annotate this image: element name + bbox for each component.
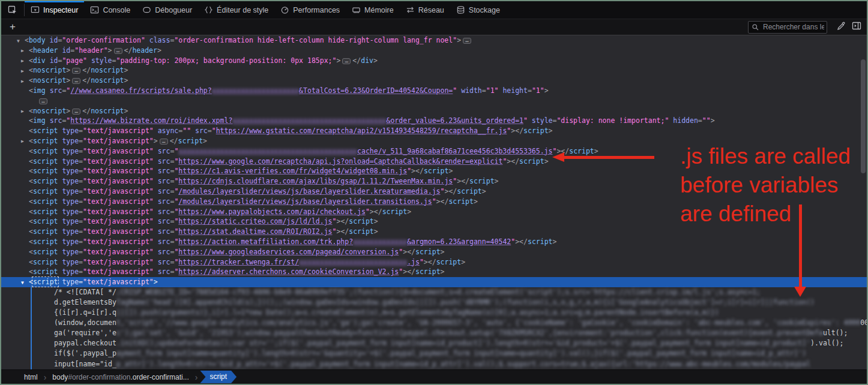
markup-token: div [33,56,46,65]
vertical-scrollbar[interactable] [861,59,866,173]
markup-token: src [154,207,170,216]
tab-storage[interactable]: Stockage [450,1,506,19]
annotation-line: .js files are called [680,142,851,171]
markup-token: > [474,197,478,206]
markup-token: script [33,267,58,276]
markup-line[interactable]: ▶<noscript>…</noscript> [1,106,867,116]
markup-token: < [29,237,33,246]
markup-line[interactable]: <script type="text/javascript" src="http… [1,247,867,257]
markup-token: < [29,278,33,286]
markup-token: = [79,157,83,166]
network-icon [406,5,415,14]
markup-token: "" [182,127,191,135]
code-text: 00}); [860,318,867,327]
markup-token: https://static.criteo.com/js/ld/ld.js [178,217,332,225]
collapsed-content-badge[interactable]: … [72,109,80,115]
markup-token: </ [461,177,469,185]
script-code-line: if($('.paypal_payment_form input[name=qu… [54,348,867,359]
markup-token: script [33,237,58,246]
tab-memory[interactable]: Mémoire [346,1,400,19]
markup-token: = [79,167,83,175]
expand-arrow-icon[interactable]: ▶ [21,67,29,77]
collapse-arrow-icon[interactable]: ▼ [21,278,29,288]
markup-token: < [29,137,33,145]
expand-arrow-icon[interactable]: ▶ [21,107,29,117]
markup-token: </ [407,267,415,276]
inline-script-content[interactable]: /* <![CDATA[ */;CRISP_WEBSITE_ID='7885d1… [31,287,867,369]
markup-line[interactable]: <script type="text/javascript" src="http… [1,257,867,267]
search-input[interactable] [748,21,827,34]
markup-line[interactable]: <script type="text/javascript" src="http… [1,267,867,277]
collapsed-content-badge[interactable]: … [160,139,168,145]
code-text: if($('.paypal_p [54,349,116,357]
breadcrumb-item-script[interactable]: script [200,371,237,383]
markup-line[interactable]: ▶<noscript>…</noscript> [1,76,867,86]
tab-label: Mémoire [364,6,394,14]
tab-network[interactable]: Réseau [400,1,450,19]
markup-token: </ [448,187,457,195]
expand-arrow-icon[interactable]: ▶ [21,46,29,56]
markup-token: = [79,217,83,225]
markup-token: " [366,207,370,216]
markup-line[interactable]: ▶<header id="header">…</header> [1,46,867,56]
markup-token: "text/javascript" [83,137,154,145]
collapsed-content-badge[interactable]: … [114,48,122,54]
tab-label: Stockage [469,6,500,14]
markup-token: = [79,197,83,206]
breadcrumb-part: html [24,373,38,381]
markup-token: src [154,147,170,155]
markup-token: </ [374,207,382,216]
debugger-icon [142,5,151,14]
markup-token: src [154,248,170,256]
markup-token: script [33,227,58,236]
collapsed-content-badge[interactable]: … [463,38,471,44]
code-text-redacted: t,'script','//www.google-analytics.com/a… [116,318,860,327]
markup-token: "text/javascript" [83,267,154,276]
markup-token: > [436,197,441,206]
tab-debugger[interactable]: Débogueur [136,1,198,19]
tab-console[interactable]: Console [84,1,136,19]
breadcrumb-item-body[interactable]: body#order-confirmation.order-confirmati… [47,373,193,381]
markup-line[interactable]: <script type="text/javascript" src="http… [1,237,867,247]
tab-performance[interactable]: Performances [274,1,346,19]
markup-token: </ [352,56,361,65]
markup-line[interactable]: … [1,96,867,106]
markup-line[interactable]: <img src="https://www.bizrate.com/roi/in… [1,116,867,126]
collapse-arrow-icon[interactable]: ▼ [17,37,25,47]
expand-arrow-icon[interactable]: ▶ [21,77,29,87]
expand-arrow-icon[interactable]: ▶ [21,137,29,147]
markup-token: "1" [486,86,499,95]
markup-token: type [58,248,79,256]
markup-line[interactable]: ▶<noscript>…</noscript> [1,65,867,76]
expand-arrow-icon[interactable]: ▶ [21,56,29,67]
sidebar-toggle-button[interactable] [849,20,864,34]
markup-token: </ [82,66,91,74]
collapsed-content-badge[interactable]: … [72,78,80,84]
tab-inspector[interactable]: Inspecteur [25,1,84,19]
markup-token: script [448,197,474,206]
markup-token: header [33,46,58,55]
markup-token: script [519,157,544,166]
markup-token: https://tracker.twenga.fr/st/ [178,258,299,266]
tab-style[interactable]: Éditeur de style [198,1,274,19]
selected-node-line[interactable]: ▼<script type="text/javascript"> [1,277,867,287]
markup-line[interactable]: ▶<div id="page" style="padding-top: 200p… [1,56,867,66]
markup-token: > [124,66,128,74]
pick-element-button[interactable] [1,1,24,19]
eyedropper-button[interactable] [833,20,849,34]
collapsed-content-badge[interactable]: … [72,68,80,74]
breadcrumb-item-html[interactable]: html [19,373,43,381]
add-node-button[interactable]: + [1,21,24,33]
memory-icon [352,5,361,14]
markup-token: > [553,237,557,246]
collapsed-content-badge[interactable]: … [342,58,351,64]
markup-token: https://action.metaffiliation.com/trk.ph… [178,237,353,246]
markup-token: script [457,187,482,195]
markup-line[interactable]: <script type="text/javascript" async="" … [1,126,867,136]
markup-line[interactable]: <img src="//www.casaneo.fr/scripts/sale.… [1,86,867,96]
markup-line[interactable]: ▼<body id="order-confirmation" class="or… [1,35,867,46]
code-text-redacted: .initXO();updateFormDatas();var str='';i… [116,339,810,347]
collapsed-content-badge[interactable]: … [39,98,47,104]
markup-token: id [46,36,58,44]
markup-token: body [29,36,46,44]
